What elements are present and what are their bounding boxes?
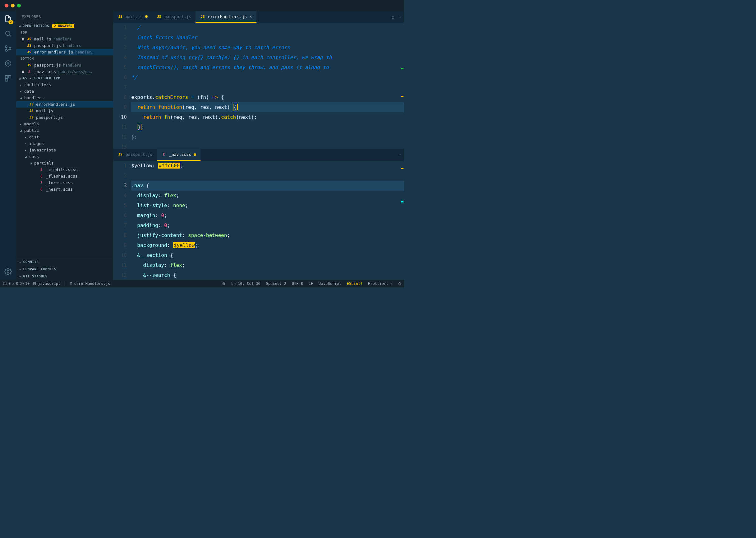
settings-icon[interactable] xyxy=(3,267,13,276)
more-icon[interactable]: ⋯ xyxy=(398,15,401,19)
editor-tab[interactable]: JSmail.js xyxy=(113,11,152,23)
scss-file-icon: ℰ xyxy=(38,174,44,178)
scss-file-icon: ℰ xyxy=(38,181,44,185)
js-file-icon: JS xyxy=(26,37,32,41)
js-file-icon: JS xyxy=(26,50,32,54)
editor-tab[interactable]: JSerrorHandlers.js× xyxy=(195,11,256,23)
chevron-down-icon: ◢ xyxy=(19,96,23,99)
chevron-right-icon: ▸ xyxy=(19,123,23,126)
maximize-window[interactable] xyxy=(17,4,21,8)
editor-tab[interactable]: ℰ_nav.scss xyxy=(157,149,200,161)
folder-item[interactable]: ◢ sass xyxy=(16,153,113,160)
svg-rect-8 xyxy=(5,79,8,81)
status-lang-item[interactable]: 🖹javascript xyxy=(33,282,60,286)
svg-point-0 xyxy=(6,31,10,35)
split-editor-icon[interactable]: ◫ xyxy=(392,15,394,19)
folder-item[interactable]: ◢ partials xyxy=(16,160,113,166)
sidebar-section[interactable]: ▸ COMPARE COMMITS xyxy=(16,266,113,273)
editor-group-bottom: JSpassport.js ℰ_nav.scss ⋯ 1234567891011… xyxy=(113,149,404,280)
dirty-indicator xyxy=(145,15,148,18)
folder-item[interactable]: ▸ dist xyxy=(16,134,113,140)
chevron-right-icon: ▸ xyxy=(19,275,22,278)
status-prettier[interactable]: Prettier: ✓ xyxy=(368,282,393,286)
chevron-down-icon: ◢ xyxy=(19,24,21,28)
js-file-icon: JS xyxy=(28,102,34,106)
project-header[interactable]: ◢ 45 - FINISHED APP xyxy=(16,75,113,81)
unsaved-badge: 2 UNSAVED xyxy=(52,24,74,28)
svg-line-1 xyxy=(9,35,11,36)
status-encoding[interactable]: UTF-8 xyxy=(292,282,303,286)
status-spaces[interactable]: Spaces: 2 xyxy=(266,282,286,286)
debug-icon[interactable] xyxy=(3,59,13,68)
open-editor-item[interactable]: JS passport.js handlers xyxy=(16,62,113,69)
status-cursor[interactable]: Ln 10, Col 36 xyxy=(231,282,261,286)
file-item[interactable]: ℰ_heart.scss xyxy=(16,186,113,192)
explorer-badge: 2 xyxy=(8,20,13,24)
sidebar: EXPLORER ◢ OPEN EDITORS 2 UNSAVED TOP JS… xyxy=(16,11,113,280)
js-file-icon: JS xyxy=(26,43,32,48)
dirty-indicator xyxy=(22,38,24,40)
file-item[interactable]: JSpassport.js xyxy=(16,114,113,121)
status-eslint[interactable]: ESLint! xyxy=(347,282,363,286)
editor-tab[interactable]: JSpassport.js xyxy=(113,149,157,161)
more-icon[interactable]: ⋯ xyxy=(398,152,401,157)
file-item[interactable]: ℰ_credits.scss xyxy=(16,166,113,173)
open-editors-header[interactable]: ◢ OPEN EDITORS 2 UNSAVED xyxy=(16,23,113,29)
svg-rect-6 xyxy=(5,76,8,78)
scss-file-icon: ℰ xyxy=(38,187,44,191)
status-language[interactable]: JavaScript xyxy=(319,282,341,286)
svg-point-3 xyxy=(5,49,7,51)
close-window[interactable] xyxy=(5,4,8,8)
editor-group-top: JSmail.js JSpassport.js JSerrorHandlers.… xyxy=(113,11,404,149)
folder-item[interactable]: ▸ images xyxy=(16,140,113,147)
open-editor-item[interactable]: ℰ _nav.scss public/sass/pa… xyxy=(16,69,113,75)
file-item[interactable]: JSmail.js xyxy=(16,108,113,114)
folder-item[interactable]: ▸ models xyxy=(16,121,113,127)
status-bar: ⓧ0 ⚠0 ⓘ10 🖹javascript | 🖹errorHandlers.j… xyxy=(0,280,404,287)
open-editor-item[interactable]: JS passport.js handlers xyxy=(16,42,113,49)
tabbar-bottom: JSpassport.js ℰ_nav.scss ⋯ xyxy=(113,149,404,161)
dirty-indicator xyxy=(22,71,24,73)
folder-item[interactable]: ▸ controllers xyxy=(16,81,113,88)
folder-item[interactable]: ▸ data xyxy=(16,88,113,94)
js-file-icon: JS xyxy=(118,152,123,156)
scm-icon[interactable] xyxy=(3,44,13,53)
scss-file-icon: ℰ xyxy=(38,168,44,172)
activity-bar: 2 xyxy=(0,11,16,280)
js-file-icon: JS xyxy=(156,15,162,19)
editor-tab[interactable]: JSpassport.js xyxy=(152,11,195,23)
file-item[interactable]: ℰ_flashes.scss xyxy=(16,173,113,180)
file-item[interactable]: ℰ_forms.scss xyxy=(16,180,113,186)
code-editor-bottom[interactable]: 123456789101112 $yellow: #ffc600; .nav {… xyxy=(113,161,404,280)
folder-item[interactable]: ▸ javascripts xyxy=(16,147,113,153)
svg-rect-7 xyxy=(8,76,11,78)
file-item[interactable]: JSerrorHandlers.js xyxy=(16,101,113,108)
feedback-icon[interactable]: ☺ xyxy=(398,281,401,286)
minimize-window[interactable] xyxy=(11,4,15,8)
sidebar-title: EXPLORER xyxy=(16,11,113,23)
status-file-item[interactable]: 🖹errorHandlers.js xyxy=(69,282,110,286)
trash-icon[interactable]: 🗑 xyxy=(222,282,226,286)
status-eol[interactable]: LF xyxy=(309,282,313,286)
chevron-right-icon: ▸ xyxy=(24,135,27,139)
search-icon[interactable] xyxy=(3,29,13,38)
folder-item[interactable]: ◢ public xyxy=(16,127,113,134)
folder-item[interactable]: ◢ handlers xyxy=(16,94,113,101)
js-file-icon: JS xyxy=(26,63,32,67)
sidebar-section[interactable]: ▸ GIT STASHES xyxy=(16,273,113,280)
close-tab-icon[interactable]: × xyxy=(249,14,252,19)
sidebar-section[interactable]: ▸ COMMITS xyxy=(16,258,113,266)
open-editor-item[interactable]: JS mail.js handlers xyxy=(16,36,113,42)
chevron-down-icon: ◢ xyxy=(29,162,32,165)
chevron-right-icon: ▸ xyxy=(24,149,27,152)
chevron-right-icon: ▸ xyxy=(19,267,22,271)
chevron-right-icon: ▸ xyxy=(19,83,23,86)
code-editor-top[interactable]: 12345678910111213 / Catch Errors Handler… xyxy=(113,23,404,149)
open-editor-item[interactable]: JS errorHandlers.js handler… xyxy=(16,49,113,55)
chevron-down-icon: ◢ xyxy=(19,129,23,132)
extensions-icon[interactable] xyxy=(3,74,13,83)
tabbar-top: JSmail.js JSpassport.js JSerrorHandlers.… xyxy=(113,11,404,23)
status-problems[interactable]: ⓧ0 ⚠0 ⓘ10 xyxy=(3,281,29,287)
scss-file-icon: ℰ xyxy=(161,152,167,156)
explorer-icon[interactable]: 2 xyxy=(3,14,13,23)
